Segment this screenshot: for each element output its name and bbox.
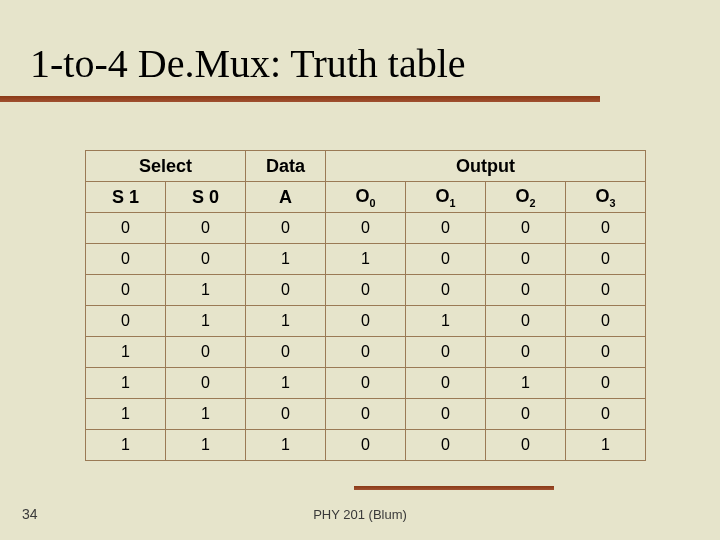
cell-a: 0: [246, 213, 326, 244]
cell-o0: 0: [326, 368, 406, 399]
cell-o0: 0: [326, 275, 406, 306]
cell-o1: 0: [406, 430, 486, 461]
col-header-s1: S 1: [86, 182, 166, 213]
cell-o2: 1: [486, 368, 566, 399]
cell-s0: 0: [166, 337, 246, 368]
cell-o0: 0: [326, 213, 406, 244]
cell-a: 0: [246, 337, 326, 368]
group-header-select: Select: [86, 151, 246, 182]
cell-s1: 1: [86, 399, 166, 430]
cell-s0: 1: [166, 275, 246, 306]
col-header-a: A: [246, 182, 326, 213]
o-label: O: [516, 186, 530, 206]
cell-o2: 0: [486, 337, 566, 368]
cell-s1: 0: [86, 244, 166, 275]
cell-a: 0: [246, 275, 326, 306]
cell-a: 1: [246, 306, 326, 337]
cell-o2: 0: [486, 430, 566, 461]
cell-o2: 0: [486, 244, 566, 275]
table-row: 1010010: [86, 368, 646, 399]
o-label: O: [436, 186, 450, 206]
o-label: O: [596, 186, 610, 206]
truth-table-grid: Select Data Output S 1 S 0 A O0 O1 O2 O3…: [85, 150, 646, 461]
cell-s1: 0: [86, 275, 166, 306]
o-sub: 2: [530, 196, 536, 208]
cell-o2: 0: [486, 275, 566, 306]
cell-s1: 0: [86, 213, 166, 244]
slide: 1-to-4 De.Mux: Truth table Select Data O…: [0, 0, 720, 540]
title-rule: [0, 96, 600, 102]
cell-o1: 0: [406, 337, 486, 368]
cell-o1: 0: [406, 244, 486, 275]
bottom-rule: [354, 486, 554, 490]
col-header-o2: O2: [486, 182, 566, 213]
cell-o3: 0: [566, 368, 646, 399]
col-header-o3: O3: [566, 182, 646, 213]
cell-s1: 1: [86, 430, 166, 461]
slide-number: 34: [22, 506, 38, 522]
cell-o3: 0: [566, 399, 646, 430]
col-header-s0: S 0: [166, 182, 246, 213]
table-row: 0110100: [86, 306, 646, 337]
cell-o0: 0: [326, 306, 406, 337]
cell-s1: 1: [86, 368, 166, 399]
group-header-output: Output: [326, 151, 646, 182]
cell-o3: 1: [566, 430, 646, 461]
cell-s1: 1: [86, 337, 166, 368]
col-header-o0: O0: [326, 182, 406, 213]
cell-s0: 1: [166, 306, 246, 337]
table-row: 1000000: [86, 337, 646, 368]
truth-table: Select Data Output S 1 S 0 A O0 O1 O2 O3…: [85, 150, 645, 461]
cell-o1: 0: [406, 368, 486, 399]
cell-s0: 0: [166, 368, 246, 399]
table-row: 0011000: [86, 244, 646, 275]
cell-s1: 0: [86, 306, 166, 337]
cell-o3: 0: [566, 337, 646, 368]
cell-s0: 0: [166, 213, 246, 244]
cell-o2: 0: [486, 399, 566, 430]
table-row: 0100000: [86, 275, 646, 306]
cell-o0: 1: [326, 244, 406, 275]
cell-a: 0: [246, 399, 326, 430]
col-header-o1: O1: [406, 182, 486, 213]
table-row: 1100000: [86, 399, 646, 430]
cell-o3: 0: [566, 213, 646, 244]
group-header-row: Select Data Output: [86, 151, 646, 182]
table-row: 0000000: [86, 213, 646, 244]
o-sub: 0: [370, 196, 376, 208]
cell-o1: 0: [406, 275, 486, 306]
cell-s0: 0: [166, 244, 246, 275]
cell-o0: 0: [326, 430, 406, 461]
cell-o1: 0: [406, 213, 486, 244]
cell-o2: 0: [486, 306, 566, 337]
column-header-row: S 1 S 0 A O0 O1 O2 O3: [86, 182, 646, 213]
cell-o1: 1: [406, 306, 486, 337]
cell-s0: 1: [166, 399, 246, 430]
cell-s0: 1: [166, 430, 246, 461]
cell-a: 1: [246, 368, 326, 399]
group-header-data: Data: [246, 151, 326, 182]
cell-o0: 0: [326, 399, 406, 430]
o-label: O: [356, 186, 370, 206]
cell-a: 1: [246, 244, 326, 275]
cell-o2: 0: [486, 213, 566, 244]
cell-o3: 0: [566, 244, 646, 275]
page-title: 1-to-4 De.Mux: Truth table: [30, 40, 466, 87]
o-sub: 3: [610, 196, 616, 208]
cell-o3: 0: [566, 275, 646, 306]
cell-o0: 0: [326, 337, 406, 368]
cell-o1: 0: [406, 399, 486, 430]
table-row: 1110001: [86, 430, 646, 461]
cell-a: 1: [246, 430, 326, 461]
footer-text: PHY 201 (Blum): [0, 507, 720, 522]
cell-o3: 0: [566, 306, 646, 337]
o-sub: 1: [450, 196, 456, 208]
